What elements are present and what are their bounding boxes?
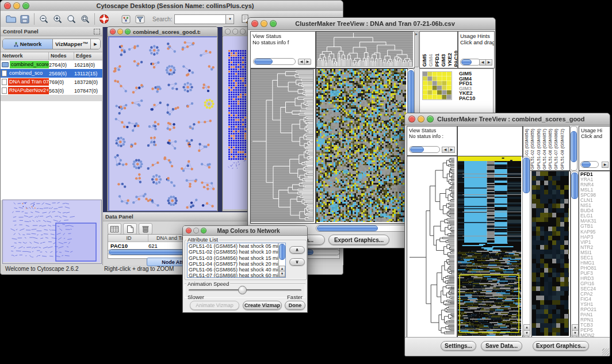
plugin-icon[interactable] — [119, 13, 133, 25]
close-icon[interactable] — [225, 29, 231, 35]
tv1-hints-hscrollbar[interactable] — [460, 59, 481, 66]
done-button[interactable]: Done — [285, 301, 305, 310]
network-table-row[interactable]: combined_scores2764(0)16218(0) — [1, 60, 102, 69]
table-icon[interactable] — [108, 223, 121, 235]
tv2-collabel-vscrollbar[interactable] — [570, 126, 577, 171]
zoom-window-icon[interactable] — [270, 20, 277, 27]
minimize-icon[interactable] — [13, 2, 20, 9]
tv1-column-label[interactable]: PFD1 — [434, 53, 440, 67]
move-up-button[interactable]: ∧ — [289, 246, 305, 254]
resize-grip[interactable] — [602, 348, 609, 355]
zoom-window-icon[interactable] — [125, 29, 131, 35]
dp-col-id[interactable]: ID — [108, 235, 148, 242]
zoom-window-icon[interactable] — [427, 116, 434, 122]
tv1-column-label[interactable]: GIM5 — [422, 54, 427, 67]
attribute-list-item[interactable]: GPL51-07 (GSM868) heat shock 60 min — [188, 273, 279, 278]
new-attribute-icon[interactable] — [123, 223, 137, 235]
minimize-icon[interactable] — [193, 228, 199, 233]
open-folder-icon[interactable] — [4, 13, 18, 25]
scroll-right-icon[interactable]: ▶ — [448, 147, 455, 153]
close-icon[interactable] — [4, 2, 11, 9]
close-icon[interactable] — [408, 116, 415, 122]
network-table-row[interactable]: combined_sco2569(6)13112(15) — [1, 69, 102, 78]
tv1-column-dendrogram[interactable] — [316, 31, 415, 68]
tv1-row-dendrogram[interactable] — [250, 68, 316, 224]
dialog-titlebar[interactable]: Map Colors to Network — [183, 226, 307, 236]
network-canvas-2[interactable] — [223, 36, 249, 211]
close-icon[interactable] — [251, 20, 258, 27]
minimize-icon[interactable] — [232, 29, 238, 35]
tv2-row-dendrogram[interactable] — [407, 156, 457, 338]
save-icon[interactable] — [18, 13, 32, 25]
attribute-list[interactable]: GPL51-01 (GSM854) heat shock 05 minGPL51… — [187, 243, 286, 278]
network-table-row[interactable]: RNAPuberNov2+563(0)107847(0) — [1, 86, 102, 95]
zoom-fit-icon[interactable] — [78, 13, 92, 25]
tv1-status-hscrollbar[interactable] — [253, 58, 296, 65]
zoom-window-icon[interactable] — [22, 2, 29, 9]
tv2-column-label[interactable]: GPL51-03 (GSM856) — [537, 129, 541, 170]
main-titlebar[interactable]: Cytoscape Desktop (Session Name: collins… — [1, 1, 343, 12]
scroll-down-icon[interactable]: ▼ — [572, 330, 579, 336]
close-icon[interactable] — [186, 228, 192, 233]
birdseye-view[interactable] — [2, 200, 102, 264]
scroll-down-icon[interactable]: ▼ — [523, 330, 530, 336]
attribute-list-item[interactable]: GPL51-01 (GSM854) heat shock 05 min — [188, 243, 279, 249]
tv2-column-label[interactable]: GPL51-06 (GSM865) — [548, 129, 553, 170]
tv2-button-export-graphics---[interactable]: Export Graphics... — [533, 341, 589, 351]
search-dropdown-button[interactable]: ▼ — [226, 14, 234, 24]
tv2-button-save-data---[interactable]: Save Data... — [481, 341, 522, 351]
tv1-button-export-graphics---[interactable]: Export Graphics... — [328, 235, 389, 245]
zoom-selected-icon[interactable] — [64, 13, 78, 25]
tab-network[interactable]: Network — [3, 39, 53, 49]
tab-overflow-button[interactable]: ▶ — [91, 39, 100, 49]
move-down-button[interactable]: ∨ — [289, 258, 305, 266]
attribute-list-item[interactable]: GPL51-06 (GSM865) heat shock 40 min — [188, 267, 279, 273]
attribute-list-vscrollbar[interactable]: ▲ ▼ — [278, 243, 285, 277]
zoom-out-icon[interactable] — [37, 13, 51, 25]
help-lifering-icon[interactable] — [97, 13, 111, 25]
tv2-hints-hscrollbar[interactable] — [580, 161, 599, 168]
tv1-column-label[interactable]: GIM3 — [441, 54, 446, 67]
treeview2-titlebar[interactable]: ClusterMaker TreeView : combined_scores_… — [405, 113, 610, 125]
col-header-nodes[interactable]: Nodes — [49, 52, 74, 60]
zoom-window-icon[interactable] — [240, 29, 246, 35]
network-window2-titlebar[interactable] — [223, 27, 249, 37]
tv1-column-label[interactable]: PAC10 — [453, 51, 458, 67]
tv2-heatmap-vscrollbar[interactable]: ▲ ▼ — [522, 156, 530, 338]
tv2-status-hscrollbar[interactable] — [409, 146, 440, 153]
treeview1-titlebar[interactable]: ClusterMaker TreeView : DNA and Tran 07-… — [248, 18, 495, 30]
col-header-edges[interactable]: Edges — [74, 52, 102, 60]
scroll-right-icon[interactable]: ▶ — [485, 59, 492, 66]
tv2-column-label[interactable]: GPL51-08 (GSM872) — [560, 129, 565, 170]
minimize-icon[interactable] — [418, 116, 424, 122]
tv1-column-label[interactable]: GIM4 — [428, 54, 434, 67]
tv2-button-settings---[interactable]: Settings... — [441, 341, 476, 351]
float-panel-icon[interactable] — [94, 29, 100, 35]
create-vizmap-button[interactable]: Create Vizmap — [243, 301, 282, 310]
network-table-row[interactable]: DNA and Tran 07769(0)183728(0) — [1, 78, 102, 86]
delete-attribute-icon[interactable] — [139, 223, 152, 235]
scroll-down-icon[interactable]: ▼ — [279, 271, 285, 277]
tv2-column-label[interactable]: GPL51-02 (GSM855) — [530, 129, 535, 170]
tv1-mini-heatmap[interactable] — [422, 71, 452, 100]
tv2-column-label[interactable]: GPL51-07 (GSM868) — [554, 129, 559, 170]
search-input[interactable] — [174, 14, 226, 24]
attribute-list-item[interactable]: GPL51-02 (GSM855) heat shock 10 min — [188, 249, 279, 255]
tv1-column-label[interactable]: YKE2 — [447, 53, 453, 67]
minimize-icon[interactable] — [117, 29, 123, 35]
tv1-heatmap[interactable] — [316, 68, 408, 224]
scroll-right-icon[interactable]: ▶ — [602, 162, 609, 168]
attribute-list-item[interactable]: GPL51-04 (GSM857) heat shock 20 min — [188, 261, 279, 267]
animate-vizmap-button[interactable]: Animate Vizmap — [190, 301, 239, 310]
tv1-row-label[interactable]: PAC10 — [459, 96, 475, 101]
close-icon[interactable] — [110, 29, 116, 35]
zoom-window-icon[interactable] — [201, 228, 206, 233]
minimize-icon[interactable] — [261, 20, 267, 27]
col-header-network[interactable]: Network — [1, 52, 49, 60]
network-window-titlebar[interactable]: combined_scores_good.txt--cluste... — [108, 27, 217, 37]
tab-vizmapper[interactable]: VizMapper™ — [53, 39, 91, 49]
slider-thumb[interactable] — [238, 286, 247, 294]
filter-icon[interactable] — [133, 13, 147, 25]
zoom-in-icon[interactable] — [51, 13, 64, 25]
tv2-heatmap[interactable] — [457, 156, 523, 338]
